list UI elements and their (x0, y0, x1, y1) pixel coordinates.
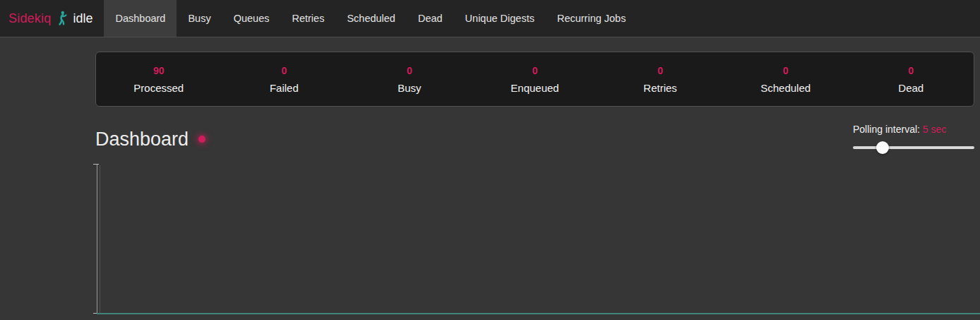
stat-scheduled-value: 0 (783, 65, 789, 76)
stat-failed-label: Failed (270, 82, 299, 94)
nav-items: Dashboard Busy Queues Retries Scheduled … (104, 0, 637, 37)
nav-item-busy[interactable]: Busy (177, 0, 222, 37)
stat-processed-label: Processed (133, 82, 184, 94)
nav-item-recurring-jobs[interactable]: Recurring Jobs (546, 0, 638, 37)
polling-interval-slider[interactable] (853, 141, 974, 154)
slider-thumb[interactable] (876, 141, 889, 154)
polling-interval-label: Polling interval: (853, 124, 920, 135)
chart-y-axis (97, 164, 97, 314)
stats-summary-bar: 90 Processed 0 Failed 0 Busy 0 Enqueued … (95, 52, 974, 107)
nav-item-dashboard[interactable]: Dashboard (104, 0, 177, 37)
brand-area[interactable]: Sidekiq idle (0, 0, 104, 37)
stat-enqueued[interactable]: 0 Enqueued (472, 52, 598, 106)
stat-dead[interactable]: 0 Dead (848, 52, 974, 106)
chart-flat-line (97, 313, 980, 314)
stat-scheduled[interactable]: 0 Scheduled (723, 52, 849, 106)
polling-interval-value: 5 sec (923, 124, 946, 135)
stat-enqueued-label: Enqueued (510, 82, 558, 94)
stat-busy-label: Busy (398, 82, 421, 94)
page-title: Dashboard (95, 128, 205, 150)
nav-item-dead[interactable]: Dead (407, 0, 454, 37)
chart-y-axis-minor-line (100, 165, 100, 313)
stat-retries-label: Retries (643, 82, 677, 94)
nav-item-unique-digests[interactable]: Unique Digests (454, 0, 546, 37)
stat-scheduled-label: Scheduled (760, 82, 811, 94)
nav-item-queues[interactable]: Queues (222, 0, 281, 37)
stat-dead-label: Dead (898, 82, 924, 94)
stat-failed-value: 0 (281, 65, 287, 76)
polling-interval-control: Polling interval: 5 sec (853, 124, 974, 154)
stat-failed[interactable]: 0 Failed (222, 52, 347, 106)
nav-item-scheduled[interactable]: Scheduled (335, 0, 407, 37)
live-beacon-dot (198, 136, 205, 143)
stat-processed[interactable]: 90 Processed (96, 52, 222, 106)
stat-retries[interactable]: 0 Retries (597, 52, 723, 106)
stat-enqueued-value: 0 (532, 65, 538, 76)
stat-processed-value: 90 (153, 65, 165, 76)
page-title-text: Dashboard (95, 128, 189, 150)
polling-interval-text: Polling interval: 5 sec (853, 124, 974, 135)
stat-busy-value: 0 (407, 65, 412, 76)
brand-sidekiq-link[interactable]: Sidekiq (8, 11, 51, 26)
sidekiq-logo-icon (56, 10, 68, 27)
stat-dead-value: 0 (908, 65, 914, 76)
process-status-text: idle (73, 11, 92, 26)
nav-item-retries[interactable]: Retries (280, 0, 335, 37)
realtime-chart (95, 164, 980, 320)
stat-retries-value: 0 (657, 65, 663, 76)
page-header: Dashboard Polling interval: 5 sec (95, 128, 974, 160)
top-navbar: Sidekiq idle Dashboard Busy Queues Retri… (0, 0, 980, 37)
slider-track[interactable] (853, 146, 974, 149)
stat-busy[interactable]: 0 Busy (347, 52, 472, 106)
chart-tick-top (93, 164, 99, 165)
